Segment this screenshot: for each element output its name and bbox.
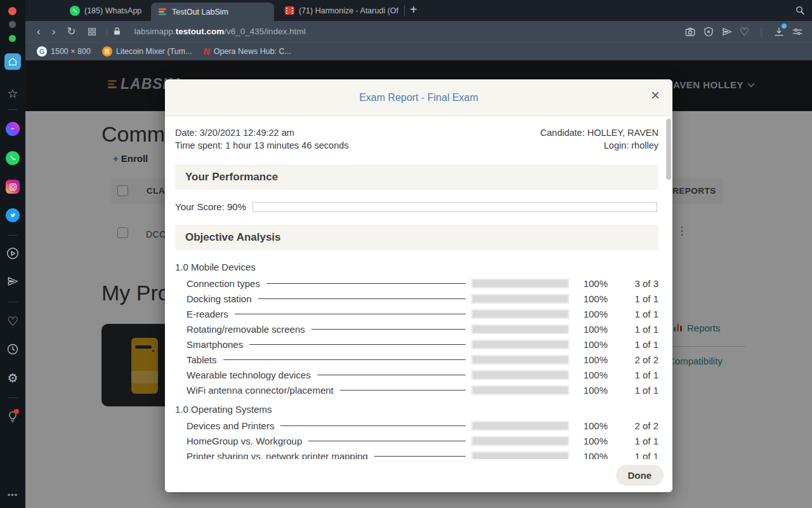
- adblock-shield-icon[interactable]: [703, 26, 714, 37]
- objective-bar: [472, 371, 568, 379]
- dialog-body: Date: 3/20/2021 12:49:22 am Time spent: …: [165, 116, 672, 459]
- exam-date: Date: 3/20/2021 12:49:22 am: [175, 126, 349, 139]
- objective-section-heading: Objective Analysis: [175, 225, 658, 250]
- video-favicon-icon: [284, 6, 294, 16]
- my-flow-send-icon[interactable]: [6, 275, 19, 288]
- sidebar-more-icon[interactable]: •••: [8, 490, 18, 500]
- settings-gear-icon[interactable]: ⚙: [7, 371, 18, 385]
- tab-separator: [404, 5, 405, 16]
- window-close-dot[interactable]: [8, 7, 16, 15]
- exam-login: Login: rholley: [540, 139, 658, 152]
- bookmark-opera-news[interactable]: N Opera News Hub: C...: [204, 46, 291, 57]
- dialog-footer: Done: [165, 459, 672, 492]
- rail-divider: [8, 235, 17, 236]
- whatsapp-icon[interactable]: [6, 151, 20, 165]
- objective-row: HomeGroup vs. Workgroup100%1 of 1: [175, 433, 658, 448]
- objective-bar: [472, 422, 568, 430]
- rail-divider: [8, 302, 17, 302]
- score-label: Your Score: 90%: [175, 201, 246, 212]
- messenger-icon[interactable]: [6, 122, 20, 136]
- bookmarks-heart-icon[interactable]: ♡: [7, 314, 18, 329]
- instagram-icon[interactable]: [6, 180, 20, 194]
- reload-button[interactable]: ↻: [67, 26, 75, 37]
- objective-row: Tablets100%2 of 2: [175, 352, 658, 367]
- separator: |: [106, 26, 108, 37]
- bookmarks-bar: G 1500 × 800 B Litecoin Mixer (Tum... N …: [25, 42, 812, 60]
- objective-list: 1.0 Mobile Devices Connection types100%3…: [175, 260, 658, 459]
- objective-bar: [472, 295, 568, 303]
- objective-row: Connection types100%3 of 3: [175, 276, 658, 291]
- address-actions: ♡ |: [684, 25, 812, 38]
- google-favicon-icon: G: [37, 46, 47, 57]
- dialog-header: Exam Report - Final Exam ×: [165, 79, 672, 116]
- objective-row: E-readers100%1 of 1: [175, 306, 658, 321]
- separator: |: [760, 26, 763, 37]
- player-play-icon[interactable]: [6, 246, 20, 260]
- objective-group: 1.0 Mobile Devices: [175, 260, 658, 274]
- send-to-flow-icon[interactable]: [721, 26, 733, 37]
- objective-row: Printer sharing vs. network printer mapp…: [175, 448, 658, 459]
- exam-info: Date: 3/20/2021 12:49:22 am Time spent: …: [175, 126, 658, 152]
- bookmark-google[interactable]: G 1500 × 800: [37, 46, 91, 57]
- objective-bar: [472, 452, 568, 460]
- personal-news-star-icon[interactable]: ☆: [7, 86, 18, 100]
- tab-whatsapp[interactable]: (185) WhatsApp: [63, 0, 149, 21]
- speed-dial-home-button[interactable]: [4, 53, 21, 70]
- window-minimize-dot[interactable]: [9, 21, 16, 28]
- settings-sliders-icon[interactable]: [792, 26, 803, 37]
- url-text[interactable]: labsimapp.testout.com/v6_0_435/index.htm…: [134, 27, 306, 36]
- new-tab-button[interactable]: +: [410, 3, 417, 17]
- objective-bar: [472, 325, 568, 333]
- tab-label: (71) Harmonize - Atarudi (Offic: [299, 6, 398, 15]
- performance-section-heading: Your Performance: [175, 164, 658, 190]
- tab-label: (185) WhatsApp: [84, 6, 141, 15]
- objective-row: Rotating/removable screens100%1 of 1: [175, 321, 658, 337]
- history-clock-icon[interactable]: [6, 343, 19, 356]
- exam-report-dialog: Exam Report - Final Exam × Date: 3/20/20…: [165, 79, 672, 492]
- exam-time-spent: Time spent: 1 hour 13 minutes 46 seconds: [175, 139, 349, 152]
- forward-button[interactable]: ›: [52, 26, 56, 37]
- score-progressbar: [252, 202, 657, 212]
- objective-bar: [472, 310, 568, 318]
- objective-row: WiFi antenna connector/placement100%1 of…: [175, 382, 658, 398]
- tiles-icon[interactable]: [88, 27, 96, 36]
- back-button[interactable]: ‹: [37, 26, 41, 37]
- objective-bar: [472, 279, 568, 288]
- notification-dot: [14, 409, 19, 414]
- bitcoin-favicon-icon: B: [102, 46, 112, 57]
- testout-favicon-icon: [157, 7, 167, 17]
- tab-label: TestOut LabSim: [172, 8, 228, 17]
- tab-strip: (185) WhatsApp TestOut LabSim (71) Harmo…: [0, 0, 812, 21]
- tab-harmonize[interactable]: (71) Harmonize - Atarudi (Offic: [278, 0, 398, 21]
- search-icon[interactable]: [795, 5, 806, 16]
- lock-icon[interactable]: [112, 27, 122, 36]
- objective-bar: [472, 437, 568, 445]
- hints-bulb-icon[interactable]: [7, 410, 18, 423]
- downloads-icon[interactable]: [773, 26, 785, 37]
- window-zoom-dot[interactable]: [9, 35, 16, 42]
- bookmark-heart-icon[interactable]: ♡: [740, 25, 749, 38]
- objective-bar: [472, 340, 568, 349]
- twitter-icon[interactable]: [6, 208, 20, 222]
- snapshot-camera-icon[interactable]: [684, 26, 696, 37]
- close-icon[interactable]: ×: [651, 88, 660, 103]
- bookmark-litecoin-mixer[interactable]: B Litecoin Mixer (Tum...: [102, 46, 192, 57]
- objective-row: Devices and Printers100%2 of 2: [175, 418, 658, 433]
- done-button[interactable]: Done: [616, 465, 664, 486]
- objective-row: Wearable technology devices100%1 of 1: [175, 367, 658, 382]
- dialog-scrollbar-thumb[interactable]: [666, 119, 671, 180]
- objective-bar: [472, 356, 568, 364]
- address-bar: ‹ › ↻ | labsimapp.testout.com/v6_0_435/i…: [25, 21, 812, 42]
- objective-row: Docking station100%1 of 1: [175, 291, 658, 306]
- dialog-title: Exam Report - Final Exam: [165, 92, 672, 104]
- sidebar-rail: ☆ ♡ ⚙ •••: [0, 0, 25, 508]
- opera-news-favicon-icon: N: [204, 46, 210, 57]
- exam-candidate: Candidate: HOLLEY, RAVEN: [540, 126, 658, 139]
- objective-group: 1.0 Operating Systems: [175, 403, 658, 417]
- objective-bar: [472, 386, 568, 394]
- whatsapp-favicon-icon: [70, 6, 80, 16]
- tab-testout-labsim[interactable]: TestOut LabSim: [151, 3, 274, 21]
- download-badge-dot: [782, 23, 787, 29]
- rail-divider: [8, 398, 17, 398]
- score-row: Your Score: 90%: [175, 201, 658, 212]
